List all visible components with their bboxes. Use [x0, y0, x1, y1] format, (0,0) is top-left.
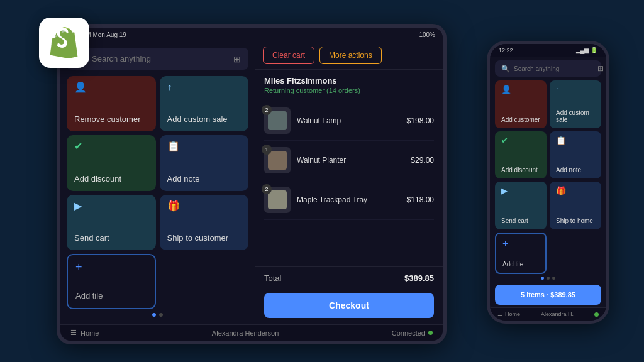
- send-cart-icon: ▶: [74, 201, 148, 211]
- phone-ship-home-icon: 🎁: [556, 187, 595, 195]
- phone-dot-3: [552, 277, 555, 280]
- cart-item-name: Walnut Planter: [297, 156, 404, 165]
- tablet-tiles-panel: 🔍 ⊞ 👤 Remove customer ↑ Add custom sale …: [60, 41, 255, 324]
- remove-customer-icon: 👤: [74, 82, 148, 92]
- customer-info: Miles Fitzsimmons Returning customer (14…: [255, 70, 443, 101]
- phone-tile-add-tile[interactable]: + Add tile: [495, 233, 547, 275]
- phone-tile-add-customer-label: Add customer: [501, 116, 540, 123]
- add-tile-icon: +: [75, 261, 147, 273]
- phone-statusbar: 12:22 ▂▄▆ 🔋: [490, 44, 606, 57]
- table-row: 1 Walnut Planter $29.00: [264, 141, 434, 180]
- phone-signal-battery: ▂▄▆ 🔋: [576, 47, 597, 53]
- cart-item-name: Maple Trackpad Tray: [297, 195, 401, 204]
- phone-hamburger-icon: ☰: [497, 311, 502, 317]
- phone-connected-dot: [594, 312, 599, 317]
- total-label: Total: [264, 273, 281, 283]
- phone-tile-send-cart[interactable]: ▶ Send cart: [495, 182, 547, 229]
- tile-remove-customer[interactable]: 👤 Remove customer: [67, 76, 156, 131]
- cart-item-image: 1: [264, 147, 291, 173]
- add-custom-sale-icon: ↑: [167, 82, 242, 92]
- tile-add-discount[interactable]: ✔ Add discount: [67, 135, 156, 190]
- cart-item-qty: 2: [262, 184, 272, 194]
- tile-add-custom-sale-label: Add custom sale: [167, 114, 242, 124]
- phone-tile-add-tile-label: Add tile: [502, 261, 539, 268]
- grid-icon: ⊞: [233, 54, 241, 64]
- tablet-battery: 100%: [419, 31, 435, 38]
- tile-add-tile-label: Add tile: [75, 291, 147, 300]
- phone-tile-add-custom-sale-label: Add custom sale: [556, 109, 595, 123]
- tile-ship-customer-label: Ship to customer: [167, 233, 242, 243]
- tablet-tiles-grid: 👤 Remove customer ↑ Add custom sale ✔ Ad…: [67, 76, 248, 309]
- phone-send-cart-icon: ▶: [501, 187, 540, 195]
- cart-items-list: 2 Walnut Lamp $198.00 1 Walnut Planter $…: [255, 101, 443, 266]
- phone-grid-icon: ⊞: [597, 64, 604, 73]
- tile-ship-to-customer[interactable]: 🎁 Ship to customer: [160, 195, 249, 250]
- phone-home-label: Home: [505, 311, 520, 317]
- cart-header: Clear cart More actions: [255, 41, 443, 70]
- tile-add-note-label: Add note: [167, 174, 242, 184]
- ship-customer-icon: 🎁: [167, 201, 242, 211]
- phone-add-customer-icon: 👤: [501, 85, 540, 94]
- tablet-search-bar[interactable]: 🔍 ⊞: [67, 48, 248, 70]
- cart-total: Total $389.85: [255, 266, 443, 289]
- connected-dot: [428, 331, 433, 335]
- cart-item-image: 2: [264, 107, 291, 134]
- add-note-icon: 📋: [167, 141, 242, 151]
- tile-send-cart[interactable]: ▶ Send cart: [67, 195, 156, 250]
- phone-tile-add-discount-label: Add discount: [501, 167, 540, 173]
- phone-checkout-button[interactable]: 5 items · $389.85: [495, 285, 601, 305]
- hamburger-icon: ☰: [70, 329, 77, 337]
- tile-add-custom-sale[interactable]: ↑ Add custom sale: [160, 76, 249, 131]
- phone-dot-2: [547, 277, 550, 280]
- cart-item-price: $198.00: [407, 116, 434, 125]
- cart-item-name: Walnut Lamp: [297, 116, 401, 125]
- phone-page-dots: [490, 274, 606, 282]
- connection-status: Connected: [392, 329, 433, 337]
- phone-home-nav[interactable]: ☰ Home: [497, 311, 520, 317]
- table-row: 2 Walnut Lamp $198.00: [264, 101, 434, 141]
- phone-user-label: Alexandra H.: [541, 311, 574, 317]
- phone-search-bar[interactable]: 🔍 ⊞: [495, 60, 601, 77]
- cart-item-qty: 2: [262, 105, 272, 115]
- phone-tile-add-note[interactable]: 📋 Add note: [550, 131, 601, 179]
- add-discount-icon: ✔: [74, 141, 148, 151]
- phone-search-input[interactable]: [514, 65, 594, 72]
- phone-bottombar: ☰ Home Alexandra H.: [490, 307, 606, 321]
- phone-add-discount-icon: ✔: [501, 136, 540, 145]
- phone-tiles-grid: 👤 Add customer ↑ Add custom sale ✔ Add d…: [490, 80, 606, 274]
- total-amount: $389.85: [404, 273, 434, 283]
- cart-item-image: 2: [264, 187, 291, 213]
- phone-tile-add-custom-sale[interactable]: ↑ Add custom sale: [550, 80, 601, 128]
- customer-name: Miles Fitzsimmons: [264, 76, 434, 85]
- tablet-dots: [67, 309, 248, 321]
- tile-add-note[interactable]: 📋 Add note: [160, 135, 249, 190]
- cart-item-qty: 1: [262, 145, 272, 155]
- phone-add-tile-icon: +: [502, 239, 539, 249]
- tablet-search-input[interactable]: [92, 54, 228, 63]
- phone-add-note-icon: 📋: [556, 136, 595, 145]
- phone-tile-add-note-label: Add note: [556, 167, 595, 173]
- home-nav[interactable]: ☰ Home: [70, 329, 99, 337]
- phone-dot-1: [541, 277, 544, 280]
- clear-cart-button[interactable]: Clear cart: [263, 47, 314, 64]
- tile-remove-customer-label: Remove customer: [74, 114, 148, 124]
- phone-tile-ship-to-home[interactable]: 🎁 Ship to home: [550, 182, 601, 229]
- tablet-bottombar: ☰ Home Alexandra Henderson Connected: [60, 324, 443, 341]
- customer-tag: Returning customer (14 orders): [264, 87, 434, 94]
- dot-active: [152, 313, 156, 317]
- home-label: Home: [80, 329, 99, 337]
- connected-label: Connected: [392, 329, 425, 337]
- phone-search-icon: 🔍: [501, 65, 510, 73]
- phone-add-custom-sale-icon: ↑: [556, 85, 595, 94]
- tablet-statusbar: 9:48 AM Mon Aug 19 100%: [60, 28, 443, 41]
- phone-tile-ship-home-label: Ship to home: [556, 217, 595, 224]
- more-actions-button[interactable]: More actions: [319, 47, 382, 64]
- cart-item-price: $29.00: [411, 156, 434, 165]
- checkout-button[interactable]: Checkout: [264, 293, 434, 318]
- tablet-device: 9:48 AM Mon Aug 19 100% 🔍 ⊞ 👤 Remove cus…: [57, 24, 447, 344]
- phone-tile-add-discount[interactable]: ✔ Add discount: [495, 131, 547, 179]
- tile-add-tile[interactable]: + Add tile: [67, 254, 156, 309]
- dot-inactive: [159, 313, 163, 317]
- phone-tile-add-customer[interactable]: 👤 Add customer: [495, 80, 547, 128]
- user-label: Alexandra Henderson: [212, 329, 279, 337]
